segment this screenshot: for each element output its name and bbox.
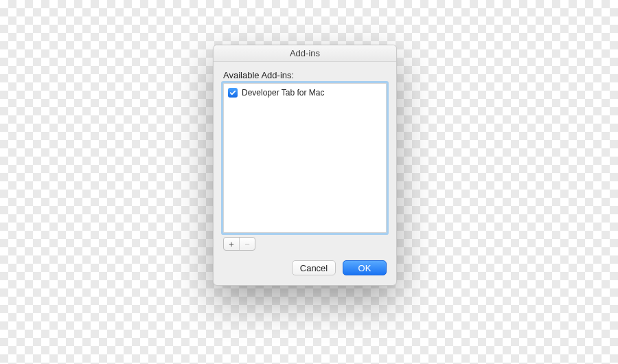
cancel-button[interactable]: Cancel bbox=[292, 260, 336, 275]
ok-button[interactable]: OK bbox=[343, 260, 387, 275]
addins-dialog: Add-ins Available Add-ins: Developer Tab… bbox=[213, 45, 397, 286]
list-item-label: Developer Tab for Mac bbox=[242, 88, 325, 98]
add-button[interactable]: + bbox=[224, 238, 239, 250]
dialog-content: Available Add-ins: Developer Tab for Mac… bbox=[214, 62, 396, 285]
dialog-title: Add-ins bbox=[214, 45, 396, 62]
plus-icon: + bbox=[229, 239, 234, 249]
add-remove-row: + − bbox=[223, 237, 387, 251]
dialog-buttons: Cancel OK bbox=[223, 260, 387, 275]
remove-button[interactable]: − bbox=[240, 238, 255, 250]
add-remove-group: + − bbox=[223, 237, 255, 251]
checkbox-checked-icon[interactable] bbox=[228, 88, 238, 98]
available-addins-label: Available Add-ins: bbox=[223, 70, 387, 80]
list-item[interactable]: Developer Tab for Mac bbox=[227, 87, 383, 99]
minus-icon: − bbox=[244, 239, 250, 249]
addins-listbox[interactable]: Developer Tab for Mac bbox=[223, 83, 387, 233]
